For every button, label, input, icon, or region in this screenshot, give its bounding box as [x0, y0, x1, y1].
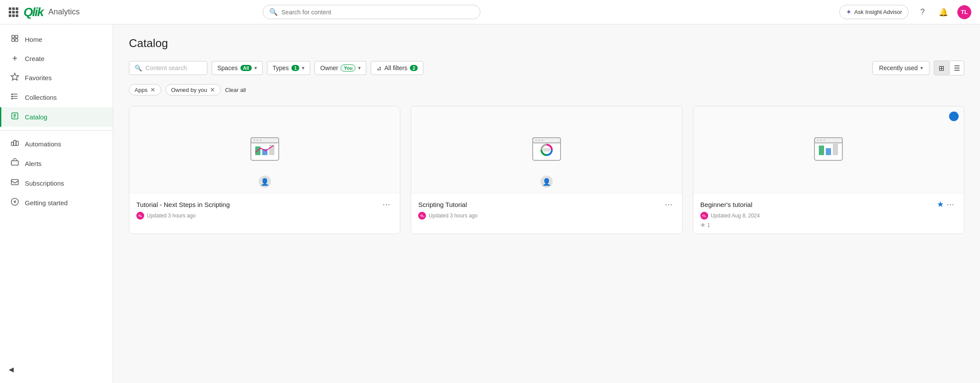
card-meta: TL Updated 3 hours ago — [136, 212, 393, 220]
sidebar-item-catalog[interactable]: Catalog — [0, 107, 113, 127]
card-footer-row: Tutorial - Next Steps in Scripting ⋯ — [136, 199, 393, 210]
ask-insight-advisor-button[interactable]: ✦ Ask Insight Advisor — [839, 5, 909, 19]
card-avatar: TL — [418, 212, 426, 220]
all-filters-badge: 2 — [410, 65, 418, 71]
svg-point-27 — [541, 139, 543, 141]
catalog-content: Catalog 🔍 Content search Spaces All ▾ Ty… — [113, 24, 980, 383]
app-card[interactable]: Beginner's tutorial ★ ⋯ TL Updated Aug 8… — [693, 106, 964, 234]
svg-rect-11 — [16, 141, 18, 146]
sidebar-label-create: Create — [25, 55, 44, 62]
owner-filter-button[interactable]: Owner You ▾ — [314, 61, 366, 75]
sidebar-item-favorites[interactable]: Favorites — [0, 68, 113, 88]
favorites-icon — [10, 72, 20, 83]
svg-marker-4 — [11, 73, 19, 80]
owned-by-you-filter-chip[interactable]: Owned by you ✕ — [166, 84, 221, 95]
views-count: 👁 1 — [700, 222, 957, 228]
active-filters-row: Apps ✕ Owned by you ✕ Clear all — [129, 84, 964, 95]
filter-funnel-icon: ⊿ — [376, 64, 382, 71]
view-toggle: ⊞ ☰ — [934, 61, 964, 75]
card-footer-row: Scripting Tutorial ⋯ — [418, 199, 675, 210]
help-icon[interactable]: ? — [916, 5, 929, 19]
card-footer: Beginner's tutorial ★ ⋯ TL Updated Aug 8… — [693, 193, 964, 234]
card-more-button[interactable]: ⋯ — [380, 199, 393, 210]
sidebar-item-alerts[interactable]: Alerts — [0, 154, 113, 173]
getting-started-icon — [10, 197, 20, 208]
collections-icon — [10, 92, 20, 103]
sidebar-label-getting-started: Getting started — [25, 199, 68, 207]
apps-chip-label: Apps — [135, 87, 148, 93]
insight-label: Ask Insight Advisor — [854, 9, 902, 15]
card-title: Beginner's tutorial — [700, 201, 937, 208]
sidebar-item-home[interactable]: Home — [0, 30, 113, 49]
sidebar-label-favorites: Favorites — [25, 74, 52, 81]
svg-rect-7 — [11, 98, 13, 99]
app-card[interactable]: 👤 Tutorial - Next Steps in Scripting ⋯ T… — [129, 106, 400, 234]
sidebar-item-create[interactable]: + Create — [0, 49, 113, 68]
card-footer: Scripting Tutorial ⋯ TL Updated 3 hours … — [411, 193, 682, 225]
grid-view-button[interactable]: ⊞ — [934, 61, 949, 75]
cards-grid: 👤 Tutorial - Next Steps in Scripting ⋯ T… — [129, 106, 964, 234]
card-more-button[interactable]: ⋯ — [662, 199, 675, 210]
content-search-placeholder: Content search — [145, 64, 187, 71]
sidebar-item-automations[interactable]: Automations — [0, 134, 113, 154]
apps-filter-chip[interactable]: Apps ✕ — [129, 84, 161, 95]
svg-rect-10 — [14, 140, 16, 146]
create-icon: + — [10, 54, 20, 64]
alerts-icon — [10, 158, 20, 169]
filter-bar: 🔍 Content search Spaces All ▾ Types 1 ▾ … — [129, 61, 964, 75]
grid-menu-icon[interactable] — [9, 7, 18, 17]
card-meta: TL Updated 3 hours ago — [418, 212, 675, 220]
svg-rect-13 — [11, 180, 18, 185]
search-filter-icon: 🔍 — [135, 64, 142, 71]
app-icon — [811, 135, 846, 165]
spaces-label: Spaces — [217, 64, 238, 71]
apps-chip-remove-icon[interactable]: ✕ — [150, 86, 155, 93]
topbar-left: Qlik Analytics — [9, 5, 80, 19]
sidebar-divider — [0, 130, 113, 131]
user-avatar[interactable]: TL — [957, 5, 971, 19]
card-preview: 👤 — [411, 106, 682, 193]
svg-rect-34 — [819, 146, 824, 155]
svg-rect-1 — [15, 35, 18, 38]
sidebar-item-collections[interactable]: Collections — [0, 88, 113, 107]
svg-point-25 — [535, 139, 537, 141]
svg-point-31 — [817, 139, 819, 141]
global-search-input[interactable] — [281, 9, 474, 16]
svg-point-17 — [253, 139, 255, 141]
card-footer: Tutorial - Next Steps in Scripting ⋯ TL … — [129, 193, 400, 225]
svg-rect-5 — [11, 94, 13, 95]
svg-point-32 — [820, 139, 822, 141]
card-updated: Updated 3 hours ago — [429, 213, 477, 219]
eye-icon: 👁 — [700, 222, 706, 228]
all-filters-button[interactable]: ⊿ All filters 2 — [371, 61, 423, 75]
card-footer-row: Beginner's tutorial ★ ⋯ — [700, 199, 957, 210]
card-updated: Updated Aug 8, 2024 — [711, 213, 760, 219]
card-preview — [693, 106, 964, 193]
svg-rect-12 — [11, 161, 18, 165]
card-avatar: TL — [700, 212, 708, 220]
card-meta: TL Updated Aug 8, 2024 — [700, 212, 957, 220]
sidebar: Home + Create Favorites Collections Cata… — [0, 24, 113, 383]
svg-rect-3 — [15, 39, 18, 41]
collapse-icon: ◀ — [9, 366, 14, 373]
spaces-filter-button[interactable]: Spaces All ▾ — [212, 61, 263, 75]
types-filter-button[interactable]: Types 1 ▾ — [267, 61, 310, 75]
sort-button[interactable]: Recently used ▾ — [872, 61, 929, 75]
card-avatar: TL — [136, 212, 144, 220]
app-card[interactable]: 👤 Scripting Tutorial ⋯ TL Updated 3 hour… — [411, 106, 682, 234]
card-preview: 👤 — [129, 106, 400, 193]
sidebar-item-subscriptions[interactable]: Subscriptions — [0, 173, 113, 193]
notifications-icon[interactable]: 🔔 — [936, 5, 950, 19]
list-view-button[interactable]: ☰ — [950, 61, 964, 75]
clear-all-button[interactable]: Clear all — [225, 87, 246, 93]
content-search-input[interactable]: 🔍 Content search — [129, 61, 207, 75]
sidebar-collapse-button[interactable]: ◀ — [0, 361, 113, 378]
sidebar-item-getting-started[interactable]: Getting started — [0, 193, 113, 213]
owned-chip-remove-icon[interactable]: ✕ — [210, 86, 215, 93]
svg-rect-9 — [11, 142, 14, 146]
global-search-bar[interactable]: 🔍 — [263, 5, 480, 19]
types-badge: 1 — [291, 65, 299, 71]
card-more-button[interactable]: ⋯ — [944, 199, 957, 210]
svg-rect-6 — [11, 96, 13, 97]
card-star-button[interactable]: ★ — [937, 200, 944, 209]
